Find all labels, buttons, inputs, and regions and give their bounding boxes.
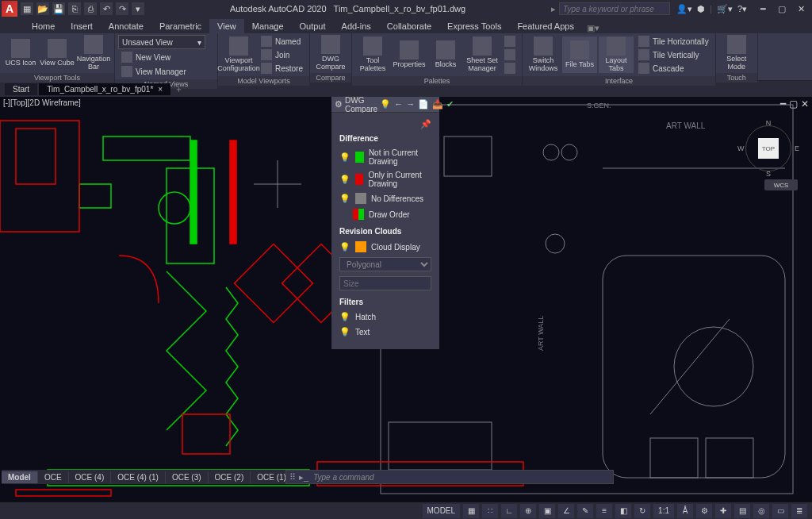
cloud-display-row[interactable]: 💡Cloud Display [339,239,431,255]
dwg-compare-button[interactable]: DWG Compare [313,35,348,71]
tab-home[interactable]: Home [24,19,63,33]
tab-addins[interactable]: Add-ins [334,19,379,33]
viewcube-face[interactable]: TOP [758,138,779,159]
qat-save-icon[interactable]: 💾 [52,2,65,15]
tab-close-icon[interactable]: × [158,85,163,94]
viewcube[interactable]: TOP N S E W [741,121,796,176]
qat-undo-icon[interactable]: ↶ [100,2,113,15]
app-logo[interactable]: A [2,1,17,17]
viewcube-east[interactable]: E [795,144,799,152]
status-dyn-icon[interactable]: ✎ [577,504,593,518]
cmd-handle-icon[interactable]: ⠿ [289,472,296,482]
qat-open-icon[interactable]: 📂 [36,2,49,15]
status-ortho-icon[interactable]: ∟ [501,504,517,518]
viewcube-south[interactable]: S [766,170,771,178]
compare-next-icon[interactable]: → [406,99,415,110]
named-viewport-button[interactable]: Named [258,35,306,48]
tile-vertical-button[interactable]: Tile Vertically [635,48,712,61]
select-mode-button[interactable]: Select Mode [719,35,754,71]
bulb-icon[interactable]: 💡 [339,242,350,252]
help-search-input[interactable] [559,2,670,15]
qat-redo-icon[interactable]: ↷ [116,2,128,15]
compare-pin-icon[interactable]: 📌 [339,119,431,129]
status-cycling-icon[interactable]: ↻ [634,504,650,518]
qat-plot-icon[interactable]: ⎙ [84,2,97,15]
compare-export-icon[interactable]: 📄 [418,99,429,110]
status-clean-icon[interactable]: ▭ [772,504,788,518]
tab-annotate[interactable]: Annotate [101,19,151,33]
command-line[interactable]: ⠿ ▸_ Type a command [285,470,614,484]
palette-extra-1[interactable] [501,35,519,48]
nav-bar-button[interactable]: Navigation Bar [76,35,111,71]
swatch-red[interactable] [355,174,363,185]
cmd-recent-icon[interactable]: ▸_ [299,472,308,482]
compare-bulb-icon[interactable]: 💡 [380,99,391,110]
viewcube-north[interactable]: N [766,119,772,127]
diff-row-gray[interactable]: 💡No Differences [339,190,431,206]
drawing-area[interactable]: [-][Top][2D Wireframe] ━ ▢ ✕ ART WALL S.… [0,97,812,502]
status-model[interactable]: MODEL [423,504,461,518]
filter-hatch-row[interactable]: 💡Hatch [339,309,431,325]
ucs-icon-button[interactable]: UCS Icon [3,35,38,71]
swatch-mixed[interactable] [353,209,364,220]
qat-new-icon[interactable]: ▦ [21,2,33,15]
status-customize-icon[interactable]: ≣ [791,504,807,518]
close-button[interactable]: ✕ [791,2,810,16]
add-file-tab-button[interactable]: ＋ [172,83,185,95]
layout-tab-5[interactable]: OCE (2) [209,471,251,483]
view-cube-button[interactable]: View Cube [40,35,75,71]
signin-icon[interactable]: 👤▾ [676,4,692,14]
viewport-config-button[interactable]: Viewport Configuration [221,37,256,73]
view-dropdown[interactable]: Unsaved View▾ [118,35,205,49]
status-snap-icon[interactable]: ∷ [482,504,498,518]
compare-prev-icon[interactable]: ← [394,99,403,110]
sheet-set-button[interactable]: Sheet Set Manager [465,37,500,73]
help-icon[interactable]: ?▾ [737,4,747,14]
ribbon-expand-icon[interactable]: ▣▾ [587,23,599,33]
palette-extra-3[interactable] [501,62,519,75]
properties-button[interactable]: Properties [392,37,427,73]
status-polar-icon[interactable]: ⊕ [520,504,536,518]
status-annoscale-icon[interactable]: Å [677,504,693,518]
cascade-button[interactable]: Cascade [635,62,712,75]
qat-saveas-icon[interactable]: ⎘ [68,2,81,15]
diff-row-green[interactable]: 💡Not in Current Drawing [339,146,431,168]
blocks-button[interactable]: Blocks [428,37,463,73]
status-workspace-icon[interactable]: ⚙ [696,504,712,518]
tab-manage[interactable]: Manage [244,19,292,33]
palette-extra-2[interactable] [501,48,519,61]
switch-windows-button[interactable]: Switch Windows [526,37,561,73]
file-tabs-button[interactable]: File Tabs [562,37,597,73]
status-grid-icon[interactable]: ▦ [463,504,479,518]
compare-accept-icon[interactable]: ✔ [446,99,454,110]
minimize-button[interactable]: ━ [753,2,772,16]
layout-tab-model[interactable]: Model [2,471,38,483]
cart-icon[interactable]: 🛒▾ [717,4,733,14]
layout-tab-1[interactable]: OCE [38,471,69,483]
file-tab-current[interactable]: Tim_Campbell_x_ro_bv_fp01*× [39,83,170,95]
cloud-size-input[interactable] [339,276,431,290]
bulb-icon[interactable]: 💡 [339,327,350,337]
tab-express-tools[interactable]: Express Tools [439,19,509,33]
status-scale[interactable]: 1:1 [653,504,674,518]
tile-horizontal-button[interactable]: Tile Horizontally [635,35,712,48]
layout-tab-2[interactable]: OCE (4) [69,471,112,483]
status-hardware-icon[interactable]: ▤ [734,504,750,518]
bulb-icon[interactable]: 💡 [339,312,350,322]
diff-row-red[interactable]: 💡Only in Current Drawing [339,168,431,190]
compare-import-icon[interactable]: 📥 [432,99,443,110]
wcs-badge[interactable]: WCS [764,179,798,190]
viewcube-west[interactable]: W [737,144,745,152]
cloud-shape-select[interactable]: Polygonal [339,257,431,271]
status-annotation-icon[interactable]: ✚ [715,504,731,518]
filter-text-row[interactable]: 💡Text [339,325,431,340]
layout-tabs-button[interactable]: Layout Tabs [599,37,634,73]
tab-parametric[interactable]: Parametric [151,19,209,33]
status-lwt-icon[interactable]: ≡ [596,504,612,518]
maximize-button[interactable]: ▢ [772,2,791,16]
tab-insert[interactable]: Insert [63,19,101,33]
status-osnap-icon[interactable]: ▣ [539,504,555,518]
view-manager-button[interactable]: View Manager [118,65,190,78]
autodesk-app-icon[interactable]: ⬢ [697,4,705,14]
swatch-gray[interactable] [355,193,366,204]
